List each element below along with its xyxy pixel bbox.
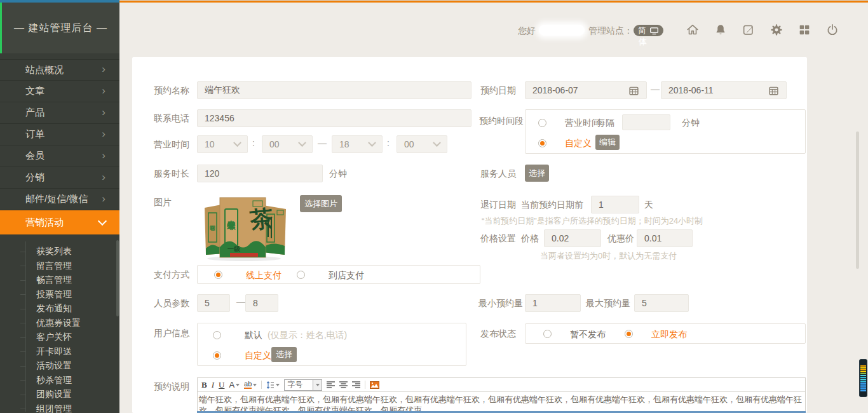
sidebar-item-products[interactable]: 产品› (0, 102, 119, 124)
contact-phone-input[interactable]: 123456 (197, 109, 471, 127)
time-slot-edit-button[interactable]: 编辑 (595, 135, 620, 150)
user-info-custom-label[interactable]: 自定义 (245, 349, 271, 362)
booking-name-input[interactable]: 端午狂欢 (197, 81, 471, 99)
user-info-default-hint: (仅显示：姓名,电话) (268, 330, 347, 340)
min-booking-input[interactable]: 1 (525, 294, 581, 312)
sidebar-subitem-team-mgmt[interactable]: 组团管理 (0, 402, 119, 413)
font-color-button[interactable]: A (229, 381, 240, 389)
user-info-default-radio[interactable] (213, 331, 221, 339)
sidebar-scrollbar-thumb[interactable] (116, 240, 119, 316)
line-height-button[interactable] (266, 381, 280, 389)
time-slot-custom-radio[interactable] (538, 139, 546, 147)
time-slot-every-label: 每隔 (597, 116, 614, 129)
hours-from-minute-select[interactable]: 00 (262, 135, 313, 153)
language-char: 简 (638, 25, 646, 36)
compose-edit-icon[interactable] (742, 23, 756, 37)
page-scrollbar-thumb[interactable] (856, 132, 859, 269)
time-slot-custom-label[interactable]: 自定义 (565, 137, 592, 149)
settings-gear-icon[interactable] (770, 23, 783, 37)
highlight-color-button[interactable]: ab (244, 381, 257, 389)
user-info-custom-radio[interactable] (213, 351, 221, 360)
discount-price-input[interactable]: 0.01 (637, 229, 693, 247)
manage-site-label: 管理站点： (588, 24, 633, 37)
underline-button[interactable]: U (219, 381, 224, 389)
max-booking-input[interactable]: 5 (634, 294, 689, 312)
sidebar-subitem-group-buy[interactable]: 团购设置 (0, 388, 119, 402)
dropdown-arrow-icon (236, 384, 240, 386)
align-right-button[interactable] (352, 381, 360, 388)
payment-online-radio[interactable] (214, 271, 222, 279)
sidebar-item-marketing-active[interactable]: 营销活动 (0, 210, 119, 234)
sidebar-item-members[interactable]: 会员› (0, 146, 119, 167)
greeting-text: 您好 (518, 24, 536, 37)
hours-from-hour-select[interactable]: 10 (197, 135, 248, 153)
time-slot-business-radio[interactable] (538, 119, 546, 127)
sidebar-subitem-customer-care[interactable]: 客户关怀 (0, 330, 119, 344)
cancel-date-input[interactable]: 1 (591, 196, 639, 213)
insert-image-button[interactable] (370, 381, 379, 389)
people-min-value: 5 (205, 298, 210, 308)
service-staff-choose-button[interactable]: 选择 (525, 165, 549, 182)
service-duration-value: 120 (205, 168, 219, 179)
user-info-choose-button[interactable]: 选择 (271, 347, 297, 362)
sidebar-item-site-overview[interactable]: 站点概况› (0, 59, 119, 81)
apps-grid-icon[interactable] (797, 23, 811, 37)
sidebar-subitem-card-gift[interactable]: 开卡即送 (0, 345, 119, 359)
sidebar-subitem-publish-notice[interactable]: 发布通知 (0, 302, 119, 316)
sidebar-subitem-changyan-mgmt[interactable]: 畅言管理 (0, 273, 119, 287)
chevron-down-icon (98, 217, 107, 226)
publish-later-label[interactable]: 暂不发布 (570, 328, 606, 341)
booking-desc-content[interactable]: 端午狂欢，包厢有优惠端午狂欢，包厢有优惠端午狂欢，包厢有优惠端午狂欢，包厢有优惠… (198, 392, 805, 413)
scroll-indicator-widget[interactable] (859, 359, 867, 397)
calendar-icon[interactable] (628, 85, 639, 96)
sidebar-item-articles[interactable]: 文章› (0, 81, 119, 102)
sidebar-item-distribution[interactable]: 分销› (0, 167, 119, 189)
user-info-default-label[interactable]: 默认 (245, 328, 262, 341)
people-max-input[interactable]: 8 (245, 294, 278, 312)
time-slot-business-label[interactable]: 营业时间 (565, 116, 600, 129)
date-from-value: 2018-06-07 (532, 85, 578, 95)
people-range-label: 人员参数 (154, 297, 189, 309)
bold-button[interactable]: B (201, 381, 207, 389)
payment-instore-label[interactable]: 到店支付 (329, 269, 364, 281)
sidebar-subitem-coupon-settings[interactable]: 优惠券设置 (0, 316, 119, 330)
sidebar-subitem-activity-settings[interactable]: 活动设置 (0, 359, 119, 373)
publish-now-label[interactable]: 立即发布 (651, 328, 687, 341)
payment-online-label[interactable]: 线上支付 (246, 269, 281, 281)
combo-arrow-button[interactable] (313, 380, 322, 390)
publish-later-radio[interactable] (543, 330, 552, 338)
align-left-button[interactable] (327, 381, 335, 388)
booking-date-to-input[interactable]: 2018-06-11 (661, 81, 787, 99)
colon-separator: : (387, 138, 390, 148)
publish-now-radio[interactable] (625, 330, 633, 338)
italic-button[interactable]: I (212, 381, 214, 389)
payment-instore-radio[interactable] (297, 271, 305, 279)
sidebar-item-orders[interactable]: 订单› (0, 124, 119, 146)
sidebar-subitem-vote-mgmt[interactable]: 投票管理 (0, 288, 119, 302)
select-value: 18 (339, 139, 349, 149)
calendar-icon[interactable] (768, 85, 779, 96)
sidebar-subitem-message-mgmt[interactable]: 留言管理 (0, 259, 119, 273)
hours-to-hour-select[interactable]: 18 (332, 135, 383, 153)
language-pill[interactable]: 简 (634, 25, 663, 36)
people-min-input[interactable]: 5 (197, 294, 230, 312)
booking-date-from-input[interactable]: 2018-06-07 (525, 81, 647, 99)
sidebar-subitem-flash-sale[interactable]: 秒杀管理 (0, 374, 119, 388)
sidebar-subitem-award-list[interactable]: 获奖列表 (0, 245, 119, 259)
home-icon[interactable] (686, 23, 700, 37)
time-slot-interval-input[interactable] (622, 114, 670, 130)
select-value: 00 (404, 139, 414, 149)
choose-image-button[interactable]: 选择图片 (300, 195, 342, 212)
service-duration-input[interactable]: 120 (197, 165, 323, 182)
chevron-down-icon (433, 139, 441, 147)
price-input[interactable]: 0.02 (544, 229, 601, 247)
booking-name-label: 预约名称 (154, 84, 189, 97)
power-logout-icon[interactable] (825, 23, 839, 37)
sidebar-item-mail-sms-wechat[interactable]: 邮件/短信/微信› (0, 189, 119, 210)
font-size-combo[interactable]: 字号 (284, 379, 322, 391)
notifications-bell-icon[interactable] (714, 23, 728, 37)
align-center-button[interactable] (339, 381, 348, 388)
monitor-icon (649, 27, 659, 35)
hours-to-minute-select[interactable]: 00 (397, 135, 447, 153)
dash-separator: — (236, 297, 245, 307)
